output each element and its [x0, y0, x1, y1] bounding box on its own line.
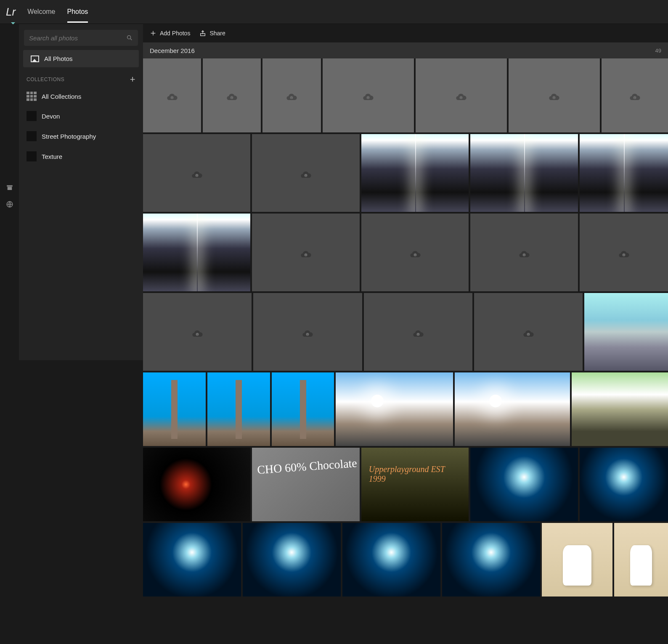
svg-text:!: !: [634, 97, 635, 100]
photo-thumbnail[interactable]: [336, 372, 453, 446]
photo-thumbnail-loading[interactable]: !: [143, 58, 201, 132]
photo-thumbnail-loading[interactable]: !: [143, 134, 250, 212]
photo-thumbnail-loading[interactable]: !: [416, 58, 507, 132]
photo-thumbnail[interactable]: [143, 372, 206, 446]
photo-thumbnail[interactable]: [361, 134, 469, 212]
sidebar-item-label: Street Photography: [42, 133, 96, 140]
photo-thumbnail-loading[interactable]: !: [361, 214, 469, 291]
sidebar-all-photos[interactable]: All Photos: [23, 50, 139, 67]
sidebar-collection-item[interactable]: Texture: [19, 146, 143, 166]
date-group-title: December 2016: [150, 47, 195, 54]
photo-thumbnail[interactable]: [542, 523, 612, 596]
svg-line-4: [130, 39, 132, 40]
sidebar-item-label: All Collections: [42, 93, 81, 100]
photo-thumbnail[interactable]: [614, 523, 668, 596]
photo-thumbnail[interactable]: [470, 448, 578, 521]
cloud-error-icon: !: [300, 169, 312, 177]
app-logo-text: Lr: [6, 5, 16, 18]
share-button[interactable]: Share: [199, 30, 225, 37]
search-input[interactable]: [29, 34, 126, 42]
photo-thumbnail-loading[interactable]: !: [602, 58, 668, 132]
photo-thumbnail[interactable]: [143, 523, 241, 596]
collection-thumb: [27, 111, 37, 121]
date-group-count: 49: [655, 48, 661, 54]
cloud-error-icon: !: [409, 248, 421, 257]
photo-thumbnail[interactable]: [572, 372, 668, 446]
photo-thumbnail[interactable]: [580, 448, 668, 521]
svg-text:!: !: [461, 97, 461, 100]
collection-thumb: [27, 151, 37, 161]
cloud-error-icon: !: [226, 91, 238, 100]
photo-thumbnail[interactable]: [243, 523, 341, 596]
photo-thumbnail[interactable]: [442, 523, 540, 596]
photo-thumbnail[interactable]: [361, 448, 469, 521]
svg-text:!: !: [197, 333, 198, 336]
photo-thumbnail-loading[interactable]: !: [323, 58, 414, 132]
svg-text:!: !: [524, 254, 525, 256]
photo-icon: [31, 55, 39, 62]
photo-thumbnail-loading[interactable]: !: [262, 58, 321, 132]
svg-point-3: [127, 36, 131, 39]
photo-row: [143, 372, 668, 446]
photo-thumbnail-loading[interactable]: !: [253, 293, 362, 371]
sidebar-all-collections[interactable]: All Collections: [19, 87, 143, 106]
photo-row: !!!!: [143, 214, 668, 291]
cloud-error-icon: !: [522, 328, 534, 336]
cloud-error-icon: !: [300, 248, 312, 257]
photo-thumbnail[interactable]: [580, 134, 668, 212]
photo-row: !!: [143, 134, 668, 212]
photo-thumbnail-loading[interactable]: !: [470, 214, 578, 291]
svg-text:!: !: [231, 97, 232, 100]
photo-thumbnail-loading[interactable]: !: [509, 58, 600, 132]
photo-thumbnail-loading[interactable]: !: [364, 293, 472, 371]
photo-thumbnail-loading[interactable]: !: [252, 214, 359, 291]
svg-text:!: !: [172, 97, 172, 100]
cloud-error-icon: !: [191, 328, 203, 336]
tab-welcome[interactable]: Welcome: [27, 1, 55, 23]
svg-text:!: !: [305, 254, 306, 256]
left-rail: [0, 24, 19, 644]
search-icon: [126, 34, 133, 41]
photo-grid[interactable]: !!!!!!!!!!!!!!!!!: [143, 58, 668, 644]
photo-thumbnail-loading[interactable]: !: [252, 134, 359, 212]
photo-thumbnail-loading[interactable]: !: [580, 214, 668, 291]
top-bar: Lr Welcome Photos: [0, 0, 668, 24]
photo-thumbnail[interactable]: [252, 448, 359, 521]
sidebar-item-label: All Photos: [44, 55, 73, 62]
photo-thumbnail-loading[interactable]: !: [203, 58, 261, 132]
search-container[interactable]: [24, 30, 138, 46]
photo-thumbnail[interactable]: [584, 293, 668, 371]
cloud-error-icon: !: [166, 91, 178, 100]
add-photos-label: Add Photos: [160, 30, 190, 37]
photo-thumbnail-loading[interactable]: !: [474, 293, 583, 371]
photo-thumbnail[interactable]: [143, 214, 250, 291]
photo-thumbnail[interactable]: [342, 523, 440, 596]
cloud-error-icon: !: [362, 91, 374, 100]
archive-icon[interactable]: [6, 184, 13, 191]
photo-thumbnail[interactable]: [207, 372, 270, 446]
photo-thumbnail[interactable]: [455, 372, 570, 446]
svg-text:!: !: [418, 333, 419, 336]
sidebar-collection-item[interactable]: Street Photography: [19, 126, 143, 146]
toolbar: Add Photos Share: [143, 24, 668, 42]
add-photos-button[interactable]: Add Photos: [150, 30, 190, 37]
photo-thumbnail[interactable]: [470, 134, 578, 212]
svg-text:!: !: [528, 333, 529, 336]
top-tabs: Welcome Photos: [27, 1, 88, 23]
photo-thumbnail[interactable]: [143, 448, 250, 521]
add-collection-icon[interactable]: +: [130, 75, 135, 84]
main-panel: Add Photos Share December 2016 49 !!!!!!…: [143, 24, 668, 644]
tab-photos[interactable]: Photos: [67, 1, 88, 23]
app-logo[interactable]: Lr: [6, 5, 16, 18]
svg-rect-1: [7, 187, 12, 190]
photo-thumbnail-loading[interactable]: !: [143, 293, 252, 371]
logo-dropdown-caret-icon[interactable]: [11, 22, 15, 24]
photo-row: !!!!!!!: [143, 58, 668, 132]
sidebar-collection-item[interactable]: Devon: [19, 106, 143, 126]
date-group-header[interactable]: December 2016 49: [143, 42, 668, 58]
photo-thumbnail[interactable]: [272, 372, 334, 446]
sidebar: All Photos COLLECTIONS + All Collections…: [19, 24, 143, 360]
globe-icon[interactable]: [6, 201, 13, 208]
cloud-error-icon: !: [412, 328, 424, 336]
sidebar-item-label: Texture: [42, 153, 62, 160]
